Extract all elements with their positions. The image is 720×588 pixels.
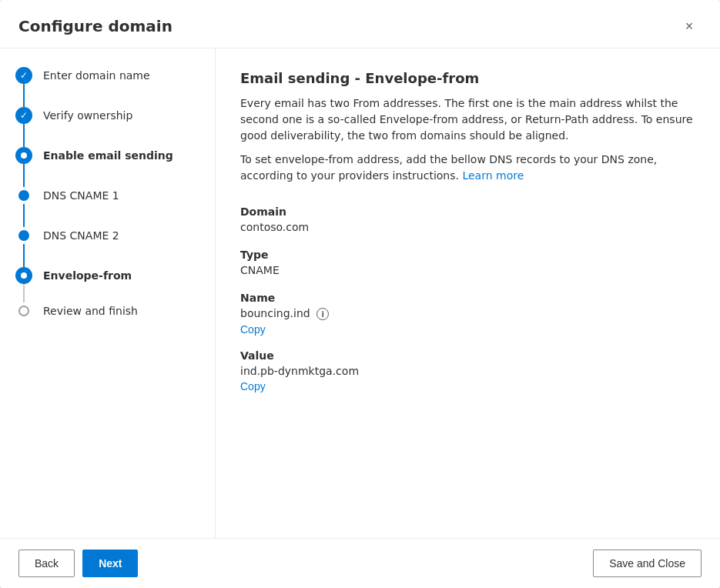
footer-left: Back Next [18, 550, 138, 577]
step-circle-2: ✓ [15, 107, 32, 124]
content-description-2-text: To set envelope-from address, add the be… [240, 153, 657, 182]
sidebar-item-label-dns-cname-2: DNS CNAME 2 [43, 227, 119, 250]
field-domain-label: Domain [240, 205, 695, 218]
sidebar-item-label-verify-ownership: Verify ownership [43, 107, 132, 130]
field-domain-value: contoso.com [240, 221, 695, 233]
back-button[interactable]: Back [18, 550, 75, 577]
field-value-text: ind.pb-dynmktga.com [240, 365, 695, 377]
content-description-2: To set envelope-from address, add the be… [240, 152, 695, 184]
info-icon: i [316, 308, 329, 320]
step-connector-group-1: ✓ [15, 67, 32, 107]
modal-header: Configure domain × [0, 0, 720, 48]
configure-domain-modal: Configure domain × ✓ Enter domain name [0, 0, 720, 588]
sidebar-item-label-envelope-from: Envelope-from [43, 267, 132, 290]
copy-value-button[interactable]: Copy [240, 380, 266, 393]
sidebar-item-dns-cname-2: DNS CNAME 2 [0, 227, 215, 267]
next-button[interactable]: Next [82, 550, 138, 577]
sidebar-item-enable-email: Enable email sending [0, 147, 215, 187]
step-line-6 [23, 284, 25, 302]
step-line-2 [23, 124, 25, 147]
copy-name-button[interactable]: Copy [240, 323, 266, 336]
field-name-text: bouncing.ind [240, 307, 310, 319]
field-value: Value ind.pb-dynmktga.com Copy [240, 349, 695, 393]
step-line-4 [23, 204, 25, 227]
step-circle-7 [18, 306, 29, 316]
modal-footer: Back Next Save and Close [0, 538, 720, 588]
field-name-value: bouncing.ind i [240, 307, 695, 320]
sidebar-item-dns-cname-1: DNS CNAME 1 [0, 187, 215, 227]
step-connector-group-7 [15, 302, 32, 319]
content-title: Email sending - Envelope-from [240, 70, 695, 86]
field-type-value: CNAME [240, 264, 695, 276]
field-domain: Domain contoso.com [240, 205, 695, 235]
save-close-button[interactable]: Save and Close [593, 550, 702, 577]
sidebar-item-label-enter-domain: Enter domain name [43, 67, 150, 90]
content-description-1: Every email has two From addresses. The … [240, 95, 695, 144]
active-dot-3 [21, 152, 27, 159]
step-circle-3 [15, 147, 32, 164]
step-connector-group-6 [15, 267, 32, 302]
step-connector-group-4 [15, 187, 32, 227]
check-icon-2: ✓ [20, 110, 28, 121]
field-name-label: Name [240, 292, 695, 304]
learn-more-link[interactable]: Learn more [462, 169, 524, 182]
sidebar-item-label-enable-email: Enable email sending [43, 147, 173, 170]
modal-body: ✓ Enter domain name ✓ Verify ownership [0, 48, 720, 538]
step-line-3 [23, 164, 25, 187]
check-icon-1: ✓ [20, 70, 28, 81]
field-value-label: Value [240, 349, 695, 362]
sidebar-item-label-review-finish: Review and finish [43, 302, 138, 326]
sidebar-item-envelope-from: Envelope-from [0, 267, 215, 302]
sidebar-item-verify-ownership: ✓ Verify ownership [0, 107, 215, 147]
step-circle-1: ✓ [15, 67, 32, 84]
step-circle-5 [18, 230, 29, 241]
field-name: Name bouncing.ind i Copy [240, 292, 695, 336]
sidebar-item-enter-domain: ✓ Enter domain name [0, 67, 215, 107]
step-circle-4 [18, 190, 29, 201]
step-connector-group-2: ✓ [15, 107, 32, 147]
content-area: Email sending - Envelope-from Every emai… [216, 48, 720, 538]
sidebar-item-review-finish: Review and finish [0, 302, 215, 326]
modal-title: Configure domain [18, 17, 172, 35]
sidebar: ✓ Enter domain name ✓ Verify ownership [0, 48, 216, 538]
step-connector-group-3 [15, 147, 32, 187]
step-line-5 [23, 244, 25, 267]
step-circle-6 [15, 267, 32, 284]
field-type: Type CNAME [240, 249, 695, 278]
sidebar-item-label-dns-cname-1: DNS CNAME 1 [43, 187, 119, 210]
field-type-label: Type [240, 249, 695, 261]
active-dot-6 [21, 272, 27, 279]
step-line-1 [23, 84, 25, 107]
step-connector-group-5 [15, 227, 32, 267]
close-button[interactable]: × [677, 14, 702, 38]
